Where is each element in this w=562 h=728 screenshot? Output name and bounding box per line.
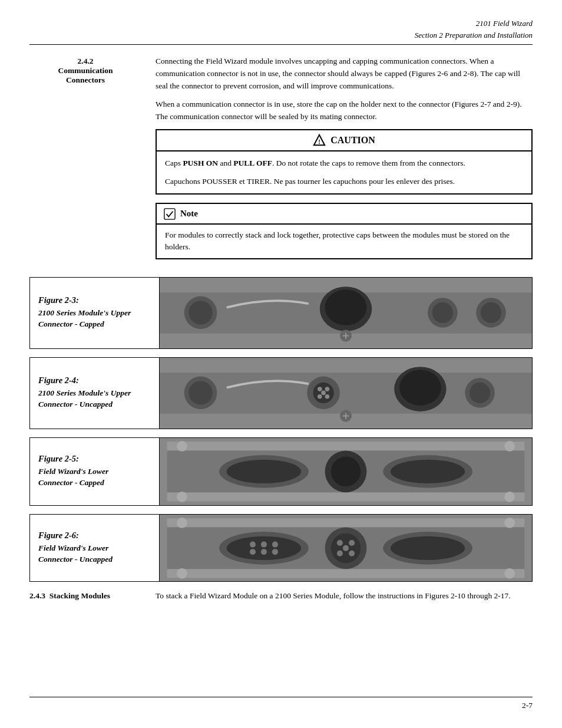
figure-2-5-image [160, 438, 532, 505]
svg-rect-35 [167, 442, 525, 450]
figure-row-2-5: Figure 2-5: Field Wizard's LowerConnecto… [29, 437, 533, 506]
svg-point-60 [272, 541, 278, 547]
section-number: 2.4.2 [29, 57, 141, 66]
figures-section: Figure 2-3: 2100 Series Module's UpperCo… [29, 277, 533, 582]
svg-point-55 [504, 568, 515, 579]
svg-point-45 [331, 456, 361, 486]
caution-text1: Caps PUSH ON and PULL OFF. Do not rotate… [165, 157, 523, 169]
svg-point-47 [391, 459, 465, 483]
svg-point-69 [349, 550, 355, 556]
caution-text2: Capuchons POUSSER et TIRER. Ne pas tourn… [165, 176, 523, 187]
svg-point-72 [391, 536, 465, 559]
svg-point-67 [349, 540, 355, 546]
svg-point-30 [470, 382, 490, 403]
svg-point-53 [504, 518, 515, 528]
page: 2101 Field Wizard Section 2 Preparation … [0, 0, 562, 728]
svg-point-41 [504, 492, 515, 502]
figure-2-5-subtitle: Field Wizard's LowerConnector - Capped [38, 466, 151, 489]
figure-row-2-6: Figure 2-6: Field Wizard's LowerConnecto… [29, 514, 533, 582]
section-242: 2.4.2 CommunicationConnectors Connecting… [29, 55, 533, 270]
figure-2-6-subtitle: Field Wizard's LowerConnector - Uncapped [38, 543, 151, 565]
figure-2-4-image [160, 358, 532, 429]
svg-rect-50 [167, 569, 525, 578]
section-content: Connecting the Field Wizard module invol… [156, 55, 533, 270]
svg-point-57 [227, 536, 301, 559]
stacking-title: Stacking Modules [49, 591, 110, 600]
page-footer: 2-7 [29, 697, 533, 710]
header-line1: 2101 Field Wizard [29, 18, 533, 29]
svg-point-59 [261, 541, 267, 547]
svg-point-52 [177, 518, 187, 528]
section-title: CommunicationConnectors [29, 66, 141, 85]
svg-point-25 [325, 394, 330, 399]
svg-point-26 [321, 390, 326, 395]
note-text: For modules to correctly stack and lock … [165, 230, 510, 251]
svg-point-6 [189, 301, 212, 324]
stacking-text: To stack a Field Wizard Module on a 2100… [156, 591, 511, 600]
svg-point-66 [337, 540, 343, 546]
svg-point-70 [343, 545, 349, 551]
svg-point-23 [325, 387, 330, 391]
stacking-number: 2.4.3 [29, 591, 49, 600]
figure-2-3-title: Figure 2-3: [38, 295, 151, 305]
figure-2-3-image [160, 278, 532, 348]
figure-row-2-3: Figure 2-3: 2100 Series Module's UpperCo… [29, 277, 533, 349]
svg-rect-49 [167, 518, 525, 527]
svg-point-12 [481, 302, 501, 322]
svg-point-40 [177, 492, 187, 502]
note-body: For modules to correctly stack and lock … [157, 225, 531, 258]
push-on-text: PUSH ON [183, 159, 218, 167]
svg-point-62 [261, 549, 267, 555]
svg-text:!: ! [318, 138, 320, 145]
svg-point-28 [399, 370, 441, 406]
note-check-icon [164, 208, 176, 220]
svg-point-22 [318, 387, 322, 391]
page-header: 2101 Field Wizard Section 2 Preparation … [29, 18, 533, 45]
svg-point-8 [325, 289, 367, 325]
figure-2-4-label: Figure 2-4: 2100 Series Module's UpperCo… [30, 358, 160, 429]
svg-point-19 [189, 381, 212, 404]
section-label: 2.4.2 CommunicationConnectors [29, 55, 141, 270]
figure-2-6-image [160, 515, 532, 582]
figure-2-6-label: Figure 2-6: Field Wizard's LowerConnecto… [30, 515, 160, 582]
svg-point-43 [227, 459, 301, 483]
figure-2-3-label: Figure 2-3: 2100 Series Module's UpperCo… [30, 278, 160, 348]
svg-rect-2 [164, 208, 175, 219]
note-label: Note [180, 207, 198, 220]
caution-label: CAUTION [330, 133, 375, 148]
figure-2-4-title: Figure 2-4: [38, 375, 151, 386]
pull-off-text: PULL OFF [233, 159, 272, 167]
svg-point-68 [337, 550, 343, 556]
svg-point-54 [177, 568, 187, 579]
note-header: Note [157, 204, 531, 225]
figure-2-5-title: Figure 2-5: [38, 454, 151, 464]
section-243: 2.4.3 Stacking Modules To stack a Field … [29, 590, 533, 602]
note-box: Note For modules to correctly stack and … [156, 203, 533, 259]
caution-box: ! CAUTION Caps PUSH ON and PULL OFF. Do … [156, 129, 533, 195]
page-number: 2-7 [522, 701, 533, 710]
figure-2-6-title: Figure 2-6: [38, 531, 151, 541]
figure-2-3-subtitle: 2100 Series Module's UpperConnector - Ca… [38, 308, 151, 330]
paragraph2: When a communication connector is in use… [156, 98, 533, 123]
svg-point-58 [250, 541, 256, 547]
caution-triangle-icon: ! [313, 134, 326, 147]
svg-point-61 [250, 549, 256, 555]
header-line2: Section 2 Preparation and Installation [29, 29, 533, 41]
svg-point-10 [432, 302, 453, 322]
figure-2-4-subtitle: 2100 Series Module's UpperConnector - Un… [38, 388, 151, 410]
svg-rect-36 [167, 492, 525, 501]
caution-body: Caps PUSH ON and PULL OFF. Do not rotate… [157, 151, 531, 193]
figure-row-2-4: Figure 2-4: 2100 Series Module's UpperCo… [29, 357, 533, 429]
svg-point-39 [504, 441, 515, 452]
paragraph1: Connecting the Field Wizard module invol… [156, 55, 533, 93]
caution-header: ! CAUTION [157, 130, 531, 152]
stacking-label: 2.4.3 Stacking Modules [29, 590, 141, 602]
stacking-content: To stack a Field Wizard Module on a 2100… [156, 590, 533, 602]
svg-point-38 [177, 441, 187, 452]
svg-point-24 [318, 394, 322, 399]
figure-2-5-label: Figure 2-5: Field Wizard's LowerConnecto… [30, 438, 160, 505]
svg-point-63 [272, 549, 278, 555]
